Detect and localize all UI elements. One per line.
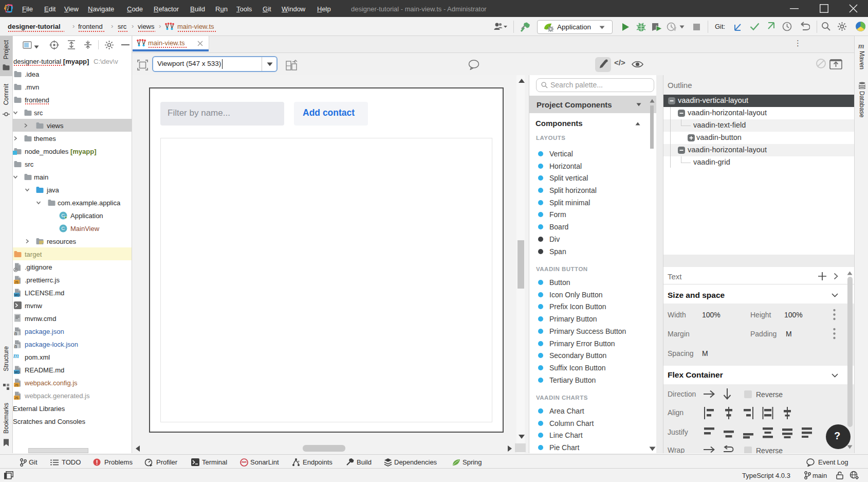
svg-text:C: C xyxy=(61,212,65,218)
svg-text:JS: JS xyxy=(14,396,19,400)
svg-text:JS: JS xyxy=(14,280,19,284)
svg-text:{}: {} xyxy=(14,345,17,348)
svg-text:JS: JS xyxy=(14,383,19,387)
svg-text:MD: MD xyxy=(14,370,20,374)
svg-text:MD: MD xyxy=(14,293,20,297)
svg-text:{}: {} xyxy=(14,332,17,335)
svg-text:IJ: IJ xyxy=(7,6,9,9)
svg-text:C: C xyxy=(61,225,65,231)
